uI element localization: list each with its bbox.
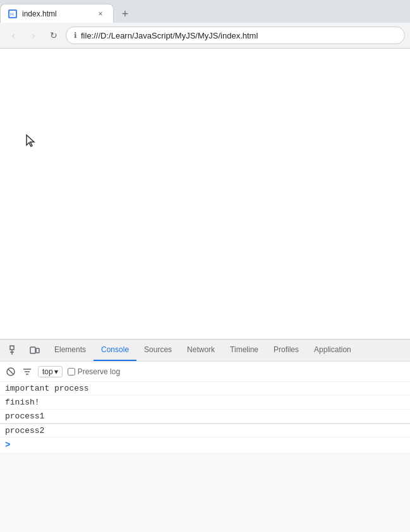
back-button[interactable]: ‹ — [5, 27, 21, 44]
url-text: file:///D:/Learn/JavaScript/MyJS/MyJS/in… — [81, 31, 258, 40]
console-toolbar: top ▾ Preserve log — [0, 362, 410, 382]
tab-application[interactable]: Application — [306, 340, 359, 361]
refresh-button[interactable]: ↻ — [45, 27, 62, 44]
new-tab-button[interactable]: + — [116, 5, 134, 23]
device-toolbar-button[interactable] — [27, 342, 43, 358]
tab-network[interactable]: Network — [179, 340, 222, 361]
tab-bar: H index.html × + — [0, 0, 410, 23]
forward-button[interactable]: › — [25, 27, 42, 44]
tab-profiles[interactable]: Profiles — [266, 340, 306, 361]
console-input-line[interactable]: > — [0, 437, 410, 452]
console-context-label: top — [42, 367, 53, 376]
console-line: process2 — [0, 423, 410, 437]
console-output: important process finish! process1 proce… — [0, 382, 410, 452]
secure-icon: ℹ — [74, 31, 77, 40]
tab-timeline[interactable]: Timeline — [222, 340, 266, 361]
browser-tab[interactable]: H index.html × — [0, 4, 114, 23]
svg-rect-3 — [10, 346, 14, 350]
tab-close-button[interactable]: × — [95, 9, 106, 19]
console-line: process1 — [0, 410, 410, 423]
svg-marker-2 — [27, 135, 34, 146]
tab-title: index.html — [22, 9, 90, 18]
console-clear-button[interactable] — [5, 366, 16, 377]
tab-sources[interactable]: Sources — [136, 340, 179, 361]
devtools-panel: Elements Console Sources Network Timelin… — [0, 339, 410, 532]
page-content — [0, 49, 410, 339]
tab-console[interactable]: Console — [93, 340, 136, 361]
devtools-icon-group — [3, 342, 47, 358]
mouse-cursor — [25, 134, 38, 150]
url-bar[interactable]: ℹ file:///D:/Learn/JavaScript/MyJS/MyJS/… — [66, 27, 405, 44]
preserve-log-text: Preserve log — [78, 367, 120, 376]
address-bar: ‹ › ↻ ℹ file:///D:/Learn/JavaScript/MyJS… — [0, 23, 410, 48]
preserve-log-label[interactable]: Preserve log — [68, 367, 120, 376]
console-prompt: > — [5, 440, 10, 450]
console-line: important process — [0, 382, 410, 396]
devtools-tab-bar: Elements Console Sources Network Timelin… — [0, 340, 410, 362]
svg-rect-7 — [36, 348, 39, 353]
console-line: finish! — [0, 396, 410, 410]
svg-rect-6 — [30, 347, 35, 353]
preserve-log-checkbox[interactable] — [68, 368, 75, 375]
browser-chrome: H index.html × + ‹ › ↻ ℹ file:///D:/Lear… — [0, 0, 410, 49]
console-context-arrow-icon: ▾ — [54, 367, 58, 376]
tab-elements[interactable]: Elements — [47, 340, 93, 361]
console-context-selector[interactable]: top ▾ — [38, 366, 63, 377]
console-input[interactable] — [14, 440, 405, 450]
console-filter-button[interactable] — [21, 366, 33, 377]
svg-line-9 — [8, 369, 13, 374]
tab-favicon: H — [8, 9, 17, 18]
inspect-element-button[interactable] — [6, 342, 23, 358]
svg-text:H: H — [10, 11, 14, 17]
